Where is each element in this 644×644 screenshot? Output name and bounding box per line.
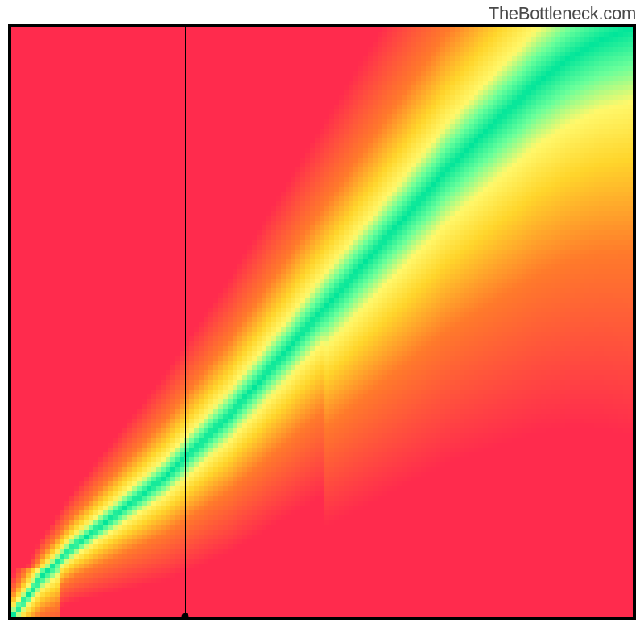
chart-container: TheBottleneck.com [0, 0, 644, 644]
plot-area [11, 27, 633, 617]
heatmap-canvas [11, 27, 633, 617]
crosshair-dot [182, 613, 189, 617]
crosshair-vertical [185, 27, 186, 617]
plot-frame [8, 24, 636, 620]
watermark-text: TheBottleneck.com [489, 3, 636, 24]
